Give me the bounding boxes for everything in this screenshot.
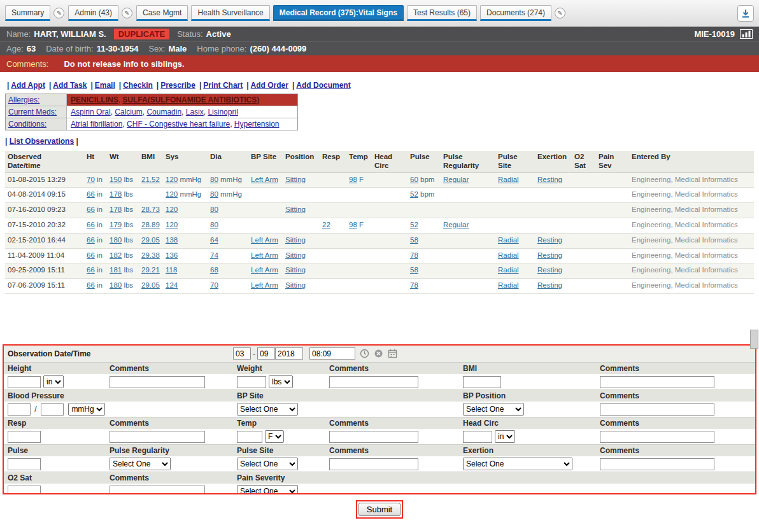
list-observations-link[interactable]: List Observations bbox=[10, 137, 74, 146]
obs-value-link[interactable]: Left Arm bbox=[251, 266, 278, 274]
obs-value-link[interactable]: 178 bbox=[110, 206, 122, 213]
clear-icon[interactable] bbox=[374, 349, 383, 358]
tab-summary[interactable]: Summary bbox=[5, 5, 50, 21]
summary-item-link[interactable]: PENICILLINS bbox=[71, 95, 118, 104]
obs-value-link[interactable]: Radial bbox=[498, 176, 519, 183]
o2-sat-input[interactable] bbox=[8, 486, 41, 495]
obs-value-link[interactable]: 74 bbox=[210, 251, 218, 259]
summary-item-link[interactable]: CHF - Congestive heart failure bbox=[127, 120, 230, 129]
weight-input[interactable] bbox=[237, 376, 266, 388]
obs-value-link[interactable]: Sitting bbox=[285, 251, 306, 259]
clock-icon[interactable] bbox=[360, 349, 369, 358]
obs-value-link[interactable]: 21.52 bbox=[141, 176, 160, 183]
obs-value-link[interactable]: Regular bbox=[443, 221, 469, 228]
obs-value-link[interactable]: 80 bbox=[210, 221, 218, 228]
duplicate-badge[interactable]: DUPLICATE bbox=[114, 29, 169, 39]
obs-value-link[interactable]: 118 bbox=[166, 266, 177, 274]
obs-value-link[interactable]: 58 bbox=[410, 236, 418, 244]
obs-value-link[interactable]: 124 bbox=[166, 281, 178, 289]
bmi-comments-input[interactable] bbox=[600, 376, 714, 388]
action-link-add-appt[interactable]: Add Appt bbox=[11, 81, 45, 90]
obs-value-link[interactable]: Sitting bbox=[285, 266, 306, 274]
tab-popout-icon[interactable]: ✎ bbox=[555, 8, 565, 18]
obs-value-link[interactable]: 70 bbox=[87, 176, 95, 183]
head-circ-unit-select[interactable]: in bbox=[495, 430, 515, 443]
obs-value-link[interactable]: Resting bbox=[537, 281, 562, 289]
action-link-print-chart[interactable]: Print Chart bbox=[203, 81, 243, 90]
obs-value-link[interactable]: 29.21 bbox=[141, 266, 160, 274]
summary-item-link[interactable]: Lisinopril bbox=[208, 108, 238, 116]
bp-position-select[interactable]: Select One bbox=[463, 403, 524, 416]
obs-value-link[interactable]: 66 bbox=[87, 190, 95, 198]
obs-value-link[interactable]: Sitting bbox=[285, 281, 306, 289]
tab-test-results-65[interactable]: Test Results (65) bbox=[407, 5, 477, 21]
summary-label-link[interactable]: Conditions: bbox=[8, 120, 46, 129]
obs-value-link[interactable]: Sitting bbox=[285, 176, 306, 183]
obs-value-link[interactable]: 66 bbox=[87, 281, 95, 289]
obs-value-link[interactable]: Left Arm bbox=[251, 281, 278, 289]
obs-value-link[interactable]: 98 bbox=[349, 221, 357, 228]
pulse-regularity-select[interactable]: Select One bbox=[110, 458, 171, 470]
temp-input[interactable] bbox=[237, 431, 262, 443]
obs-value-link[interactable]: 120 bbox=[166, 221, 178, 228]
action-link-add-task[interactable]: Add Task bbox=[53, 81, 87, 90]
obs-value-link[interactable]: 68 bbox=[210, 266, 218, 274]
weight-comments-input[interactable] bbox=[329, 376, 418, 388]
tab-popout-icon[interactable]: ✎ bbox=[122, 8, 132, 18]
pulse-comments-input[interactable] bbox=[329, 458, 418, 470]
obs-value-link[interactable]: 58 bbox=[410, 266, 418, 274]
obs-value-link[interactable]: 136 bbox=[166, 251, 178, 259]
obs-year-input[interactable] bbox=[275, 347, 303, 360]
obs-value-link[interactable]: 98 bbox=[349, 176, 357, 183]
obs-value-link[interactable]: Resting bbox=[537, 176, 562, 183]
obs-month-input[interactable] bbox=[233, 347, 251, 360]
summary-item-link[interactable]: SULFA(SULFONAMIDE ANTIBIOTICS) bbox=[122, 95, 259, 104]
obs-value-link[interactable]: 66 bbox=[87, 251, 95, 259]
obs-value-link[interactable]: Resting bbox=[537, 251, 562, 259]
obs-value-link[interactable]: 181 bbox=[110, 266, 122, 274]
obs-value-link[interactable]: 180 bbox=[110, 281, 122, 289]
obs-value-link[interactable]: 120 bbox=[166, 206, 178, 213]
obs-value-link[interactable]: 29.38 bbox=[141, 251, 160, 259]
summary-item-link[interactable]: Hypertension bbox=[234, 120, 280, 129]
exertion-select[interactable]: Select One bbox=[463, 458, 572, 470]
summary-item-link[interactable]: Aspirin Oral bbox=[71, 108, 111, 116]
o2-sat-comments-input[interactable] bbox=[110, 486, 205, 495]
head-circ-input[interactable] bbox=[463, 431, 492, 443]
summary-label-link[interactable]: Current Meds: bbox=[8, 108, 57, 116]
obs-value-link[interactable]: Radial bbox=[498, 251, 519, 259]
tab-popout-icon[interactable]: ✎ bbox=[53, 8, 64, 18]
weight-unit-select[interactable]: lbs bbox=[269, 375, 293, 388]
bmi-input[interactable] bbox=[463, 376, 501, 388]
resp-comments-input[interactable] bbox=[110, 431, 205, 443]
tab-admin-43[interactable]: Admin (43) bbox=[68, 5, 118, 21]
obs-value-link[interactable]: 60 bbox=[410, 176, 418, 183]
flowsheet-chart-icon[interactable] bbox=[740, 29, 753, 39]
action-link-email[interactable]: Email bbox=[95, 81, 115, 90]
obs-value-link[interactable]: 120 bbox=[166, 190, 178, 198]
obs-value-link[interactable]: 150 bbox=[110, 176, 122, 183]
tab-health-surveillance[interactable]: Health Surveillance bbox=[191, 5, 269, 21]
height-input[interactable] bbox=[8, 376, 41, 388]
obs-value-link[interactable]: 52 bbox=[410, 221, 418, 228]
obs-value-link[interactable]: Left Arm bbox=[251, 236, 278, 244]
scrollbar-thumb[interactable] bbox=[750, 330, 758, 349]
obs-value-link[interactable]: Left Arm bbox=[251, 251, 278, 259]
obs-value-link[interactable]: 29.05 bbox=[141, 281, 160, 289]
obs-value-link[interactable]: 138 bbox=[166, 236, 178, 244]
obs-value-link[interactable]: Left Arm bbox=[251, 176, 278, 183]
bp-site-select[interactable]: Select One bbox=[237, 403, 298, 416]
submit-button[interactable]: Submit bbox=[358, 503, 401, 516]
height-comments-input[interactable] bbox=[110, 376, 205, 388]
temp-comments-input[interactable] bbox=[329, 431, 418, 443]
obs-value-link[interactable]: Resting bbox=[537, 236, 562, 244]
download-button[interactable] bbox=[737, 5, 754, 22]
obs-value-link[interactable]: 66 bbox=[87, 266, 95, 274]
temp-unit-select[interactable]: F bbox=[265, 430, 284, 443]
obs-value-link[interactable]: 29.05 bbox=[141, 236, 160, 244]
obs-value-link[interactable]: 66 bbox=[87, 236, 95, 244]
obs-value-link[interactable]: 28.73 bbox=[141, 206, 160, 213]
bp-diastolic-input[interactable] bbox=[41, 403, 64, 416]
bp-comments-input[interactable] bbox=[600, 403, 714, 416]
obs-value-link[interactable]: 78 bbox=[410, 281, 418, 289]
